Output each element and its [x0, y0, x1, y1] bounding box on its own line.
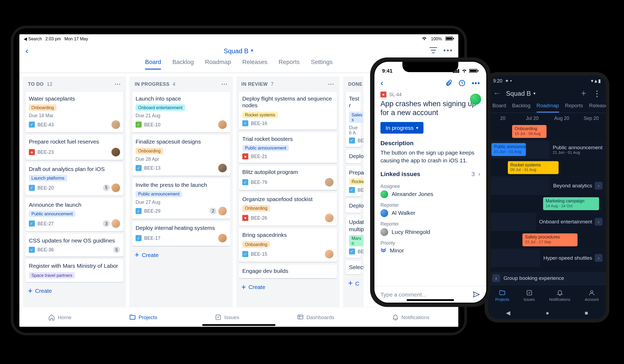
card[interactable]: Deploy — [346, 199, 361, 213]
row-expand[interactable]: Beyond analytics› — [550, 177, 606, 195]
card[interactable]: Register with Mars Ministry of LaborSpac… — [25, 259, 123, 282]
watch-icon[interactable] — [458, 79, 466, 87]
field-value[interactable]: Alexander Jones — [380, 190, 480, 198]
card[interactable]: Finalize spacesuit designsOnboardingDue … — [132, 135, 230, 176]
issue-type-icon: ✓ — [136, 235, 141, 241]
tab-reports[interactable]: Reports — [565, 103, 583, 113]
timeline-row[interactable]: Rocket systems09 Jul - 31 Aug — [488, 159, 606, 177]
issue-type-icon: ✓ — [136, 208, 141, 214]
roadmap-timeline[interactable]: Onboarding10 Jul - 09 AugPublic announce… — [488, 122, 606, 272]
attachment-icon[interactable] — [445, 79, 452, 87]
add-button[interactable]: + — [581, 88, 586, 98]
tab-backlog[interactable]: Backlog — [172, 58, 194, 69]
card[interactable]: Test rSales sDue 6 A✓BEE — [346, 92, 361, 147]
tab-roadmap[interactable]: Roadmap — [205, 58, 231, 69]
create-button[interactable]: +Create — [25, 284, 123, 297]
back-button[interactable]: ← — [493, 89, 501, 98]
card[interactable]: Draft out analytics plan for iOSLaunch p… — [25, 162, 123, 195]
card[interactable]: Updat multipMars o✓BEE — [346, 215, 361, 258]
project-tabs: BoardBacklogRoadmapReportsReleases — [488, 101, 606, 113]
timeline-row[interactable]: Public announcement21 Jun - 01 AugPublic… — [488, 141, 606, 159]
epic-bar[interactable]: Rocket systems09 Jul - 31 Aug — [508, 161, 559, 174]
nav-recent[interactable]: ■ — [585, 309, 588, 316]
field-value[interactable]: Al Walker — [380, 209, 480, 217]
nav-issues[interactable]: Issues — [524, 289, 535, 302]
create-button[interactable]: +Create — [132, 248, 230, 261]
card[interactable]: Deploy internal heating systems✓BEE-17 — [132, 221, 230, 246]
timeline-row[interactable]: Marketing campaign14 Aug - 24 Oct — [488, 195, 606, 213]
tab-releases[interactable]: Releases — [242, 58, 267, 69]
more-icon[interactable]: ••• — [443, 47, 453, 55]
avatar — [325, 214, 334, 222]
row-expand[interactable]: Hyper-speed shuttles› — [540, 249, 606, 267]
nav-home[interactable]: Home — [48, 314, 71, 321]
filter-icon[interactable] — [430, 47, 437, 55]
field-value[interactable]: Lucy Rhinegold — [380, 228, 480, 236]
card[interactable]: Trial rocket boostersPublic announcement… — [239, 132, 337, 163]
epic-bar[interactable]: Public announcement21 Jun - 01 Aug — [491, 143, 526, 156]
tab-board[interactable]: Board — [145, 58, 161, 70]
card[interactable]: Launch into spaceOnboard entertainmentDu… — [132, 92, 230, 133]
timeline-row[interactable]: Safety procedures22 Jul - 17 Sep — [488, 231, 606, 249]
column-menu-icon[interactable]: ··· — [115, 81, 121, 88]
tab-reports[interactable]: Reports — [279, 58, 300, 69]
nav-notifications[interactable]: Notifications — [549, 289, 570, 302]
timeline-row[interactable]: Beyond analytics› — [488, 177, 606, 195]
comment-input[interactable]: Type a comment... — [380, 291, 426, 298]
nav-home[interactable]: ● — [546, 309, 549, 316]
card[interactable]: PrepaRocket✓BEE — [346, 166, 361, 197]
card[interactable]: Deploy flight systems and sequence nodes… — [239, 92, 337, 130]
card[interactable]: Water spaceplantsOnboardingDue 18 Mar✓BE… — [25, 92, 123, 133]
chevron-left-icon[interactable]: ‹ — [492, 274, 500, 282]
card[interactable]: Bring spacedrinksOnboarding✓BEE-15 — [239, 228, 337, 262]
tab-settings[interactable]: Settings — [311, 58, 333, 69]
more-icon[interactable]: ••• — [472, 79, 480, 87]
timeline-footer-row[interactable]: ‹ Group booking experience — [488, 272, 606, 285]
description-text[interactable]: The button on the sign up page keeps cau… — [380, 149, 480, 165]
card[interactable]: Prepare rocket fuel reserves●BEE-23 — [25, 135, 123, 160]
tab-backlog[interactable]: Backlog — [512, 103, 530, 113]
timeline-row[interactable]: Onboarding10 Jul - 09 Aug — [488, 122, 606, 140]
epic-bar[interactable]: Safety procedures22 Jul - 17 Sep — [522, 233, 577, 246]
tab-releases[interactable]: Releases — [589, 103, 606, 113]
status-dropdown[interactable]: In progress▾ — [380, 122, 423, 133]
nav-back[interactable]: ◀ — [506, 309, 510, 316]
timeline-row[interactable]: Onboard entertainment› — [488, 213, 606, 231]
project-picker[interactable]: Squad B▼ — [224, 47, 254, 54]
timeline-row[interactable]: Hyper-speed shuttles› — [488, 249, 606, 267]
card[interactable]: Select — [346, 260, 361, 274]
nav-dashboards[interactable]: Dashboards — [297, 314, 334, 321]
nav-account[interactable]: Account — [585, 289, 599, 302]
nav-projects[interactable]: Projects — [129, 314, 157, 321]
create-button[interactable]: +C — [346, 277, 361, 290]
tab-board[interactable]: Board — [492, 103, 506, 113]
nav-issues[interactable]: Issues — [215, 314, 239, 321]
card[interactable]: CSS updates for new OS guidlines✓BEE-365 — [25, 234, 123, 257]
tab-roadmap[interactable]: Roadmap — [537, 103, 559, 113]
nav-notifications[interactable]: Notifications — [392, 314, 430, 321]
create-button[interactable]: +Create — [239, 281, 337, 294]
card[interactable]: Deploy — [346, 149, 361, 163]
epic-bar[interactable]: Marketing campaign14 Aug - 24 Oct — [543, 197, 599, 210]
card[interactable]: Blitz autopilot program✓BEE-79 — [239, 165, 337, 190]
column-menu-icon[interactable]: ··· — [221, 81, 228, 88]
card[interactable]: Announce the launchPublic announcement✓B… — [25, 198, 123, 231]
more-icon[interactable]: ⋮ — [593, 89, 601, 98]
column-menu-icon[interactable]: ··· — [328, 81, 334, 88]
linked-issues-row[interactable]: Linked issues 3› — [380, 170, 480, 177]
epic-bar[interactable]: Onboarding10 Jul - 09 Aug — [512, 125, 547, 138]
back-button[interactable]: ‹ — [19, 46, 34, 56]
issue-type-icon: ✓ — [242, 251, 248, 257]
avatar — [325, 249, 334, 258]
card[interactable]: Organize spacefood stockistOnboarding●BE… — [239, 192, 337, 226]
issue-type-icon: ✓ — [349, 187, 355, 193]
priority-value[interactable]: Minor — [380, 247, 480, 254]
back-to-app[interactable]: ◀ Search — [24, 36, 42, 41]
send-icon[interactable] — [473, 291, 480, 298]
row-expand[interactable]: Onboard entertainment› — [536, 213, 606, 231]
back-button[interactable]: ‹ — [380, 78, 383, 88]
card[interactable]: Invite the press to the launchPublic ann… — [132, 178, 230, 219]
card[interactable]: Engage dev builds — [239, 264, 337, 278]
project-picker[interactable]: Squad B▾ — [506, 90, 536, 97]
nav-projects[interactable]: Projects — [495, 289, 509, 302]
